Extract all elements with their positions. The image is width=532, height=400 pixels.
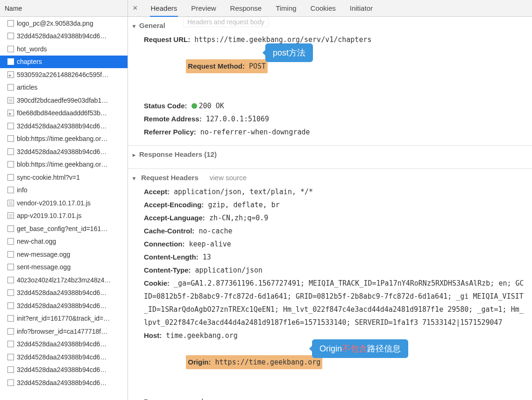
request-label: app-v2019.10.17.01.js <box>17 212 82 219</box>
file-icon <box>7 341 14 347</box>
file-icon <box>7 251 14 258</box>
file-icon <box>7 315 14 322</box>
file-icon <box>7 110 14 116</box>
request-row[interactable]: init?ent_id=161770&track_id=… <box>0 312 128 325</box>
request-label: 32dd4528daa249388b94cd6… <box>17 353 106 361</box>
network-request-list[interactable]: logo_pc@2x.90583da.png32dd4528daa249388b… <box>0 17 128 400</box>
request-label: blob:https://time.geekbang.or… <box>17 161 108 168</box>
close-icon[interactable]: × <box>131 3 140 13</box>
name-column-header[interactable]: Name <box>0 0 128 17</box>
file-icon <box>7 289 14 296</box>
request-headers-section: Request Headersview source Accept: appli… <box>128 169 532 400</box>
request-label: 40z3oz40z4lz17z4bz3mz48z4… <box>17 276 111 284</box>
request-row[interactable]: 40z3oz40z4lz17z4bz3mz48z4… <box>0 274 128 287</box>
file-icon <box>7 46 14 52</box>
request-row[interactable]: logo_pc@2x.90583da.png <box>0 17 128 30</box>
callout-post: post方法 <box>265 43 313 62</box>
request-label: init?ent_id=161770&track_id=… <box>17 315 110 322</box>
tab-timing[interactable]: Timing <box>275 0 297 17</box>
request-label: 32dd4528daa249388b94cd6… <box>17 32 106 40</box>
details-tabs: × HeadersPreviewResponseTimingCookiesIni… <box>128 0 532 17</box>
request-row[interactable]: sync-cookie.html?v=1 <box>0 171 128 184</box>
hdr-accept-language: Accept-Language: zh-CN,zh;q=0.9 <box>144 211 527 225</box>
file-icon <box>7 135 14 142</box>
request-label: 32dd4528daa249388b94cd6… <box>17 366 106 373</box>
file-icon <box>7 20 14 27</box>
request-label: new-message.ogg <box>17 251 70 258</box>
request-row[interactable]: info?browser_id=ca1477718f… <box>0 325 128 338</box>
details-panel: × HeadersPreviewResponseTimingCookiesIni… <box>128 0 532 400</box>
file-icon <box>7 161 14 168</box>
hdr-content-length: Content-Length: 13 <box>144 251 527 264</box>
request-row[interactable]: vendor-v2019.10.17.01.js <box>0 196 128 210</box>
request-label: blob:https://time.geekbang.or… <box>17 135 108 142</box>
request-label: f0e68dbd84eeddaaddd6f53b… <box>17 109 107 117</box>
file-icon <box>7 148 14 155</box>
file-icon <box>7 366 14 373</box>
request-row[interactable]: app-v2019.10.17.01.js <box>0 210 128 223</box>
file-icon <box>7 174 14 181</box>
request-label: 32dd4528daa249388b94cd6… <box>17 148 106 155</box>
request-row[interactable]: f0e68dbd84eeddaaddd6f53b… <box>0 107 128 120</box>
request-label: chapters <box>17 58 42 65</box>
request-row[interactable]: chapters <box>0 56 128 69</box>
request-label: 390cdf2bdcaedfe99e03dfab1… <box>17 97 108 104</box>
request-label: sent-message.ogg <box>17 263 71 271</box>
request-row[interactable]: 5930592a22614882646c595f… <box>0 68 128 81</box>
request-label: hot_words <box>17 45 47 53</box>
request-row[interactable]: articles <box>0 81 128 94</box>
request-row[interactable]: hot_words <box>0 42 128 56</box>
request-row[interactable]: 32dd4528daa249388b94cd6… <box>0 287 128 300</box>
request-label: info?browser_id=ca1477718f… <box>17 328 107 335</box>
file-icon <box>7 277 14 283</box>
request-method: Request Method: POST post方法 <box>144 46 527 99</box>
request-row[interactable]: info <box>0 184 128 197</box>
tab-preview[interactable]: Preview <box>190 0 217 17</box>
request-row[interactable]: 390cdf2bdcaedfe99e03dfab1… <box>0 94 128 107</box>
headers-content[interactable]: General Request URL: https://time.geekba… <box>128 17 532 400</box>
response-headers-toggle[interactable]: Response Headers (12) <box>133 150 527 158</box>
request-row[interactable]: get_base_config?ent_id=161… <box>0 222 128 235</box>
file-icon <box>7 212 14 219</box>
request-row[interactable]: 32dd4528daa249388b94cd6… <box>0 30 128 43</box>
view-source-link[interactable]: view source <box>210 174 247 182</box>
network-file-panel: Name logo_pc@2x.90583da.png32dd4528daa24… <box>0 0 128 400</box>
file-icon <box>7 71 14 78</box>
hdr-connection: Connection: keep-alive <box>144 238 527 251</box>
request-label: vendor-v2019.10.17.01.js <box>17 199 91 207</box>
tab-initiator[interactable]: Initiator <box>349 0 374 17</box>
request-headers-toggle[interactable]: Request Headersview source <box>133 174 527 182</box>
request-label: 32dd4528daa249388b94cd6… <box>17 340 106 348</box>
request-row[interactable]: new-chat.ogg <box>0 235 128 248</box>
request-row[interactable]: 32dd4528daa249388b94cd6… <box>0 364 128 377</box>
request-label: 32dd4528daa249388b94cd6… <box>17 302 106 309</box>
hdr-accept: Accept: application/json, text/plain, */… <box>144 185 527 198</box>
remote-address: Remote Address: 127.0.0.1:51069 <box>144 112 527 126</box>
request-row[interactable]: blob:https://time.geekbang.or… <box>0 158 128 171</box>
request-label: 32dd4528daa249388b94cd6… <box>17 379 106 386</box>
hdr-cache-control: Cache-Control: no-cache <box>144 225 527 238</box>
request-row[interactable]: sent-message.ogg <box>0 261 128 274</box>
file-icon <box>7 97 14 104</box>
tab-cookies[interactable]: Cookies <box>310 0 337 17</box>
request-label: sync-cookie.html?v=1 <box>17 174 80 181</box>
request-label: info <box>17 186 28 194</box>
request-row[interactable]: 32dd4528daa249388b94cd6… <box>0 119 128 133</box>
request-row[interactable]: 32dd4528daa249388b94cd6… <box>0 299 128 312</box>
general-section: General Request URL: https://time.geekba… <box>128 17 532 146</box>
request-row[interactable]: 32dd4528daa249388b94cd6… <box>0 376 128 389</box>
tab-response[interactable]: Response <box>229 0 263 17</box>
status-code: Status Code: 200 OK <box>144 99 527 112</box>
response-headers-section: Response Headers (12) <box>128 146 532 169</box>
request-row[interactable]: 32dd4528daa249388b94cd6… <box>0 145 128 158</box>
request-row[interactable]: 32dd4528daa249388b94cd6… <box>0 338 128 351</box>
hdr-pragma: Pragma: no-cache <box>144 395 527 400</box>
request-row[interactable]: blob:https://time.geekbang.or… <box>0 133 128 146</box>
file-icon <box>7 84 14 91</box>
file-icon <box>7 238 14 245</box>
hdr-content-type: Content-Type: application/json <box>144 264 527 277</box>
tab-headers[interactable]: Headers <box>150 0 178 17</box>
request-row[interactable]: 32dd4528daa249388b94cd6… <box>0 351 128 364</box>
request-row[interactable]: new-message.ogg <box>0 248 128 261</box>
request-label: 32dd4528daa249388b94cd6… <box>17 122 106 130</box>
